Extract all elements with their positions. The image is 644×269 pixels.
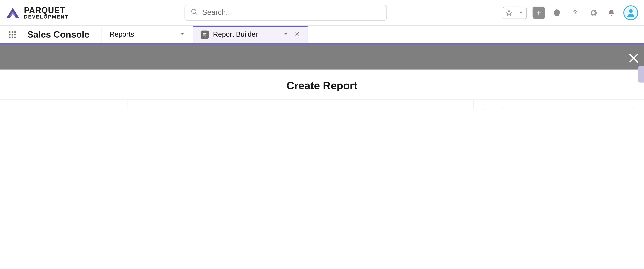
svg-point-4 — [629, 9, 632, 13]
chevron-down-icon[interactable] — [515, 7, 526, 18]
brand-logo: PARQUET DEVELOPMENT — [6, 6, 68, 19]
svg-point-7 — [14, 31, 16, 33]
app-name: Sales Console — [25, 26, 102, 43]
add-icon[interactable] — [532, 6, 545, 19]
svg-rect-16 — [204, 34, 205, 36]
list-heading: Select a Report Type — [134, 108, 468, 109]
modal-title: Create Report — [0, 69, 644, 100]
search-icon — [191, 8, 198, 17]
context-bar: Sales Console Reports Report Builder — [0, 26, 644, 44]
tab-label: Report Builder — [213, 30, 258, 38]
modal-backdrop — [0, 44, 644, 69]
chevron-down-icon[interactable] — [180, 30, 185, 38]
svg-point-11 — [9, 36, 10, 38]
global-header: PARQUET DEVELOPMENT Search... — [0, 0, 644, 26]
chevron-down-icon[interactable] — [282, 30, 288, 38]
report-icon — [201, 30, 209, 38]
notifications-bell-icon[interactable] — [605, 6, 618, 19]
svg-point-3 — [575, 14, 575, 15]
svg-marker-2 — [506, 10, 512, 15]
category-sidebar: Category Recently Used All Accounts & Co… — [0, 100, 128, 109]
svg-rect-14 — [203, 33, 206, 34]
header-utilities — [503, 5, 638, 20]
modal-body: Category Recently Used All Accounts & Co… — [0, 100, 644, 109]
panel-toggle-handle[interactable] — [638, 66, 644, 82]
svg-point-5 — [9, 31, 10, 33]
help-icon[interactable] — [569, 6, 582, 19]
favorites-split-button[interactable] — [503, 6, 527, 19]
svg-line-1 — [195, 13, 197, 14]
details-heading: Details — [483, 108, 510, 109]
report-type-list: Select a Report Type Duplica Report Type… — [128, 100, 474, 109]
app-launcher-icon[interactable] — [0, 26, 25, 43]
tab-reports[interactable]: Reports — [102, 26, 193, 43]
setup-gear-icon[interactable] — [587, 6, 600, 19]
svg-point-6 — [12, 31, 13, 33]
brand-name-line1: PARQUET — [24, 6, 68, 14]
global-search-placeholder: Search... — [202, 8, 232, 17]
svg-point-9 — [12, 34, 13, 35]
brand-name-line2: DEVELOPMENT — [24, 14, 68, 19]
tab-report-builder[interactable]: Report Builder — [193, 26, 308, 43]
svg-rect-15 — [204, 34, 204, 36]
modal-close-icon[interactable] — [628, 52, 644, 67]
svg-point-0 — [192, 9, 196, 13]
svg-point-13 — [14, 36, 16, 38]
svg-point-10 — [14, 34, 16, 35]
global-search[interactable]: Search... — [184, 5, 387, 20]
close-icon[interactable] — [294, 30, 300, 38]
category-heading: Category — [0, 106, 128, 109]
svg-point-8 — [9, 34, 10, 35]
close-icon[interactable] — [628, 108, 635, 109]
svg-point-12 — [12, 36, 13, 38]
details-panel: Details Duplicate Accounts Custom Report… — [474, 100, 644, 109]
brand-logo-icon — [6, 7, 20, 18]
salesforce-cloud-icon[interactable] — [551, 6, 563, 19]
svg-rect-17 — [206, 34, 206, 36]
star-icon[interactable] — [503, 7, 515, 18]
user-avatar[interactable] — [623, 5, 638, 20]
tab-label: Reports — [110, 30, 134, 38]
